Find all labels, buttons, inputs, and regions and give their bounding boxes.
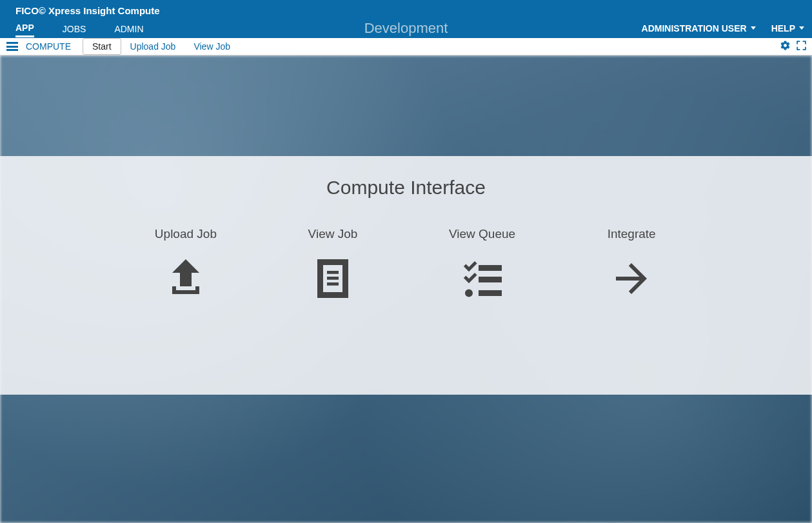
nav-jobs[interactable]: JOBS [63, 20, 86, 37]
fullscreen-icon[interactable] [796, 40, 807, 53]
tab-view-job[interactable]: View Job [184, 39, 239, 54]
user-menu-label: ADMINISTRATION USER [642, 23, 747, 34]
tile-upload-job[interactable]: Upload Job [155, 227, 217, 304]
help-menu[interactable]: HELP [771, 23, 804, 34]
tile-label: View Job [308, 227, 358, 241]
app-title: FICO© Xpress Insight Compute [15, 5, 160, 16]
tile-view-job[interactable]: View Job [307, 227, 359, 304]
content-area: Compute Interface Upload Job View Job Vi… [0, 55, 812, 523]
tile-integrate[interactable]: Integrate [606, 227, 657, 304]
upload-icon [160, 253, 212, 304]
help-menu-label: HELP [771, 23, 795, 34]
interface-panel: Compute Interface Upload Job View Job Vi… [0, 156, 812, 395]
tile-row: Upload Job View Job View Queue Integrate [155, 227, 657, 304]
gear-icon[interactable] [780, 40, 791, 53]
nav-admin[interactable]: ADMIN [114, 20, 143, 37]
main-nav: APP JOBS ADMIN Development ADMINISTRATIO… [0, 18, 812, 38]
user-menu[interactable]: ADMINISTRATION USER [642, 23, 756, 34]
caret-down-icon [799, 26, 804, 30]
environment-label: Development [364, 20, 448, 37]
arrow-right-icon [606, 253, 657, 304]
checklist-icon [457, 253, 508, 304]
tile-label: Upload Job [155, 227, 217, 241]
tabset: Start Upload Job View Job [83, 38, 239, 55]
document-icon [307, 253, 359, 304]
page-title: Compute Interface [326, 177, 486, 199]
tile-view-queue[interactable]: View Queue [449, 227, 515, 304]
tile-label: Integrate [608, 227, 656, 241]
tab-upload-job[interactable]: Upload Job [121, 39, 185, 54]
tile-label: View Queue [449, 227, 515, 241]
toolbar-title: COMPUTE [26, 41, 71, 52]
brand-bar: FICO© Xpress Insight Compute APP JOBS AD… [0, 0, 812, 38]
hamburger-icon[interactable] [6, 42, 18, 51]
tab-start[interactable]: Start [83, 38, 121, 55]
toolbar: COMPUTE Start Upload Job View Job [0, 38, 812, 55]
caret-down-icon [751, 26, 756, 30]
nav-app[interactable]: APP [15, 19, 34, 37]
